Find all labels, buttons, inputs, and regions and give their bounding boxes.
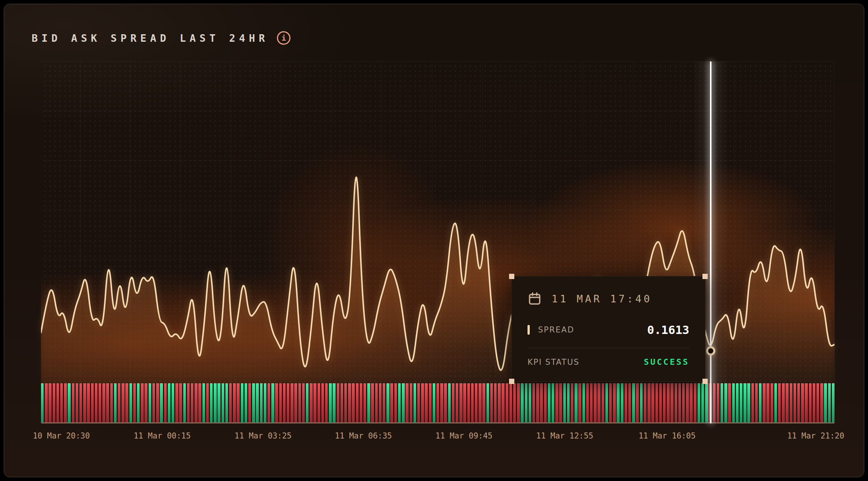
- x-axis-tick-label: 11 Mar 12:55: [536, 431, 593, 440]
- status-bar-failure: [195, 383, 197, 422]
- status-bar-failure: [344, 383, 347, 422]
- status-bar-success: [402, 383, 404, 422]
- x-axis-tick-label: 11 Mar 00:15: [134, 431, 191, 440]
- status-bar-failure: [813, 383, 815, 422]
- status-bar-failure: [544, 383, 547, 422]
- status-bar-success: [605, 383, 608, 422]
- status-bar-failure: [106, 383, 109, 422]
- status-bar-failure: [463, 383, 466, 422]
- status-bar-failure: [467, 383, 470, 422]
- status-bar-failure: [229, 383, 232, 422]
- status-bar-failure: [76, 383, 78, 422]
- status-bar-success: [398, 383, 401, 422]
- status-bar-failure: [816, 383, 819, 422]
- status-bar-success: [306, 383, 309, 422]
- status-bar-success: [260, 383, 263, 422]
- tooltip-handle-top-left[interactable]: [509, 274, 514, 279]
- status-bar-failure: [175, 383, 178, 422]
- status-bar-failure: [337, 383, 339, 422]
- status-bar-success: [832, 383, 835, 422]
- status-bar-failure: [187, 383, 190, 422]
- x-axis-tick-label: 11 Mar 21:20: [787, 431, 844, 440]
- status-bar-failure: [766, 383, 769, 422]
- status-bar-failure: [790, 383, 792, 422]
- status-bar-failure: [471, 383, 474, 422]
- status-bar-success: [486, 383, 489, 422]
- status-bar-failure: [206, 383, 209, 422]
- tooltip-handle-bottom-left[interactable]: [509, 379, 514, 384]
- status-bar-failure: [348, 383, 351, 422]
- status-bar-success: [705, 383, 708, 422]
- status-bar-failure: [352, 383, 354, 422]
- tooltip-kpi-row: KPI STATUS SUCCESS: [527, 357, 689, 367]
- chart-plot[interactable]: [41, 61, 835, 383]
- status-bar-success: [698, 383, 700, 422]
- status-bar-failure: [686, 383, 689, 422]
- status-bar-success: [552, 383, 554, 422]
- status-bar-success: [137, 383, 140, 422]
- status-bar-failure: [237, 383, 239, 422]
- status-bar-success: [241, 383, 243, 422]
- status-bar-success: [271, 383, 274, 422]
- status-bar-success: [367, 383, 370, 422]
- status-bar-failure: [375, 383, 378, 422]
- status-bar-failure: [406, 383, 408, 422]
- status-bar-success: [129, 383, 132, 422]
- status-bar-failure: [479, 383, 481, 422]
- status-bar-failure: [417, 383, 420, 422]
- status-bar-failure: [636, 383, 638, 422]
- status-bar-failure: [678, 383, 681, 422]
- status-bar-failure: [410, 383, 412, 422]
- status-bar-failure: [513, 383, 516, 422]
- kpi-status-label: KPI STATUS: [527, 358, 579, 367]
- status-bar-failure: [279, 383, 282, 422]
- status-bar-failure: [586, 383, 589, 422]
- status-bar-failure: [590, 383, 593, 422]
- status-bar-failure: [440, 383, 443, 422]
- status-bar-success: [433, 383, 435, 422]
- tooltip-handle-bottom-right[interactable]: [702, 379, 708, 384]
- tooltip-handle-top-right[interactable]: [702, 274, 708, 279]
- tooltip: 11 MAR 17:40 SPREAD 0.1613 KPI STATUS SU…: [511, 276, 705, 382]
- kpi-status-bar-strip[interactable]: [41, 383, 835, 422]
- status-bar-success: [828, 383, 831, 422]
- status-bar-failure: [53, 383, 55, 422]
- status-bar-success: [256, 383, 258, 422]
- status-bar-failure: [390, 383, 393, 422]
- status-bar-success: [68, 383, 70, 422]
- status-bar-failure: [179, 383, 182, 422]
- x-axis-baseline: [41, 422, 835, 423]
- status-bar-failure: [459, 383, 462, 422]
- status-bar-failure: [64, 383, 67, 422]
- status-bar-failure: [682, 383, 685, 422]
- info-icon[interactable]: i: [277, 31, 290, 45]
- status-bar-failure: [625, 383, 627, 422]
- status-bar-failure: [110, 383, 113, 422]
- status-bar-failure: [675, 383, 677, 422]
- status-bar-failure: [133, 383, 136, 422]
- status-bar-failure: [648, 383, 650, 422]
- status-bar-failure: [122, 383, 124, 422]
- crosshair-line[interactable]: [710, 61, 711, 423]
- status-bar-failure: [820, 383, 823, 422]
- status-bar-failure: [517, 383, 520, 422]
- status-bar-success: [41, 383, 44, 422]
- status-bar-failure: [425, 383, 427, 422]
- status-bar-failure: [555, 383, 558, 422]
- status-bar-failure: [717, 383, 719, 422]
- status-bar-success: [264, 383, 266, 422]
- status-bar-failure: [325, 383, 328, 422]
- status-bar-success: [724, 383, 727, 422]
- status-bar-failure: [713, 383, 716, 422]
- kpi-status-value: SUCCESS: [644, 357, 689, 367]
- status-bar-success: [172, 383, 174, 422]
- status-bar-failure: [444, 383, 447, 422]
- status-bar-failure: [609, 383, 612, 422]
- status-bar-success: [413, 383, 416, 422]
- status-bar-success: [736, 383, 739, 422]
- status-bar-failure: [363, 383, 366, 422]
- status-bar-failure: [663, 383, 666, 422]
- status-bar-failure: [782, 383, 784, 422]
- status-bar-success: [621, 383, 623, 422]
- status-bar-failure: [809, 383, 812, 422]
